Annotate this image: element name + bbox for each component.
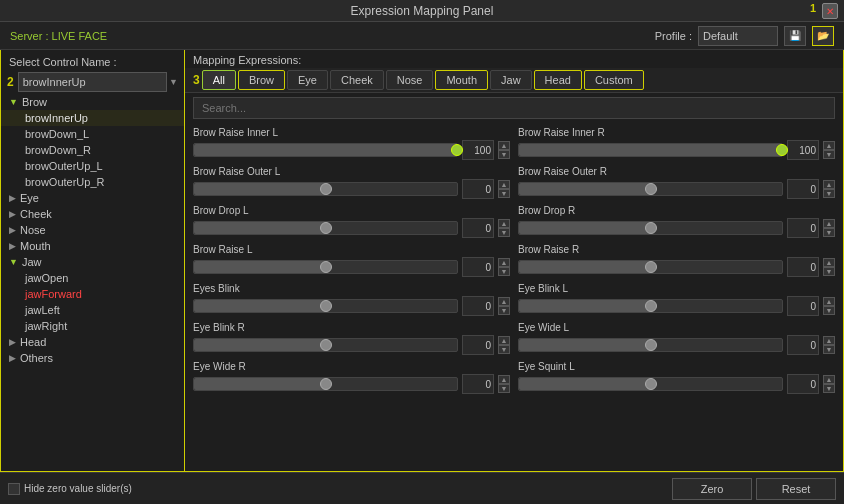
slider-thumb-10[interactable] <box>320 339 332 351</box>
tab-jaw[interactable]: Jaw <box>490 70 532 90</box>
slider-track-0[interactable] <box>193 143 458 157</box>
slider-up-9[interactable]: ▲ <box>823 297 835 306</box>
slider-thumb-13[interactable] <box>645 378 657 390</box>
tree-group-nose[interactable]: ▶ Nose <box>1 222 184 238</box>
slider-track-2[interactable] <box>193 182 458 196</box>
tree-group-jaw[interactable]: ▼ Jaw <box>1 254 184 270</box>
slider-up-13[interactable]: ▲ <box>823 375 835 384</box>
slider-value-input-1[interactable] <box>787 140 819 160</box>
slider-track-1[interactable] <box>518 143 783 157</box>
slider-value-input-8[interactable] <box>462 296 494 316</box>
slider-thumb-9[interactable] <box>645 300 657 312</box>
slider-track-8[interactable] <box>193 299 458 313</box>
tree-item-browOuterUp_L[interactable]: browOuterUp_L <box>1 158 184 174</box>
slider-value-input-12[interactable] <box>462 374 494 394</box>
slider-value-input-10[interactable] <box>462 335 494 355</box>
slider-track-13[interactable] <box>518 377 783 391</box>
zero-button[interactable]: Zero <box>672 478 752 500</box>
slider-value-input-13[interactable] <box>787 374 819 394</box>
slider-value-input-6[interactable] <box>462 257 494 277</box>
slider-thumb-3[interactable] <box>645 183 657 195</box>
slider-up-10[interactable]: ▲ <box>498 336 510 345</box>
tree-item-browInnerUp[interactable]: browInnerUp <box>1 110 184 126</box>
control-name-select[interactable]: browInnerUp <box>18 72 167 92</box>
slider-down-6[interactable]: ▼ <box>498 267 510 276</box>
tree-item-browOuterUp_R[interactable]: browOuterUp_R <box>1 174 184 190</box>
close-button[interactable]: ✕ <box>822 3 838 19</box>
slider-up-4[interactable]: ▲ <box>498 219 510 228</box>
tab-cheek[interactable]: Cheek <box>330 70 384 90</box>
slider-thumb-2[interactable] <box>320 183 332 195</box>
tree-item-jawForward[interactable]: jawForward <box>1 286 184 302</box>
slider-thumb-7[interactable] <box>645 261 657 273</box>
slider-thumb-0[interactable] <box>451 144 463 156</box>
slider-value-input-4[interactable] <box>462 218 494 238</box>
tree-group-mouth[interactable]: ▶ Mouth <box>1 238 184 254</box>
slider-track-11[interactable] <box>518 338 783 352</box>
tree-group-cheek[interactable]: ▶ Cheek <box>1 206 184 222</box>
slider-track-3[interactable] <box>518 182 783 196</box>
slider-down-10[interactable]: ▼ <box>498 345 510 354</box>
tree-group-eye[interactable]: ▶ Eye <box>1 190 184 206</box>
tab-head[interactable]: Head <box>534 70 582 90</box>
slider-up-0[interactable]: ▲ <box>498 141 510 150</box>
slider-down-7[interactable]: ▼ <box>823 267 835 276</box>
slider-track-5[interactable] <box>518 221 783 235</box>
slider-down-3[interactable]: ▼ <box>823 189 835 198</box>
tree-group-head[interactable]: ▶ Head <box>1 334 184 350</box>
tree-item-jawLeft[interactable]: jawLeft <box>1 302 184 318</box>
slider-thumb-1[interactable] <box>776 144 788 156</box>
slider-value-input-5[interactable] <box>787 218 819 238</box>
slider-thumb-4[interactable] <box>320 222 332 234</box>
slider-down-0[interactable]: ▼ <box>498 150 510 159</box>
slider-value-input-3[interactable] <box>787 179 819 199</box>
tree-item-browDown_L[interactable]: browDown_L <box>1 126 184 142</box>
tab-nose[interactable]: Nose <box>386 70 434 90</box>
slider-up-2[interactable]: ▲ <box>498 180 510 189</box>
slider-down-1[interactable]: ▼ <box>823 150 835 159</box>
slider-up-8[interactable]: ▲ <box>498 297 510 306</box>
slider-up-1[interactable]: ▲ <box>823 141 835 150</box>
slider-value-input-9[interactable] <box>787 296 819 316</box>
slider-thumb-6[interactable] <box>320 261 332 273</box>
slider-down-12[interactable]: ▼ <box>498 384 510 393</box>
tab-eye[interactable]: Eye <box>287 70 328 90</box>
slider-track-7[interactable] <box>518 260 783 274</box>
hide-zero-checkbox[interactable] <box>8 483 20 495</box>
reset-button[interactable]: Reset <box>756 478 836 500</box>
profile-select[interactable]: Default <box>698 26 778 46</box>
slider-value-input-2[interactable] <box>462 179 494 199</box>
tab-custom[interactable]: Custom <box>584 70 644 90</box>
slider-up-11[interactable]: ▲ <box>823 336 835 345</box>
slider-up-12[interactable]: ▲ <box>498 375 510 384</box>
tree-item-jawRight[interactable]: jawRight <box>1 318 184 334</box>
tree-item-browDown_R[interactable]: browDown_R <box>1 142 184 158</box>
tab-mouth[interactable]: Mouth <box>435 70 488 90</box>
slider-up-5[interactable]: ▲ <box>823 219 835 228</box>
slider-track-6[interactable] <box>193 260 458 274</box>
slider-up-7[interactable]: ▲ <box>823 258 835 267</box>
slider-down-9[interactable]: ▼ <box>823 306 835 315</box>
slider-thumb-5[interactable] <box>645 222 657 234</box>
slider-track-12[interactable] <box>193 377 458 391</box>
slider-up-6[interactable]: ▲ <box>498 258 510 267</box>
search-input[interactable] <box>193 97 835 119</box>
slider-track-9[interactable] <box>518 299 783 313</box>
tree-item-jawOpen[interactable]: jawOpen <box>1 270 184 286</box>
slider-value-input-11[interactable] <box>787 335 819 355</box>
slider-down-13[interactable]: ▼ <box>823 384 835 393</box>
tab-brow[interactable]: Brow <box>238 70 285 90</box>
slider-thumb-11[interactable] <box>645 339 657 351</box>
slider-value-input-0[interactable] <box>462 140 494 160</box>
slider-track-10[interactable] <box>193 338 458 352</box>
load-profile-button[interactable]: 📂 <box>812 26 834 46</box>
tree-group-brow[interactable]: ▼ Brow <box>1 94 184 110</box>
slider-track-4[interactable] <box>193 221 458 235</box>
tree-group-others[interactable]: ▶ Others <box>1 350 184 366</box>
slider-up-3[interactable]: ▲ <box>823 180 835 189</box>
tab-all[interactable]: All <box>202 70 236 90</box>
slider-down-4[interactable]: ▼ <box>498 228 510 237</box>
slider-down-2[interactable]: ▼ <box>498 189 510 198</box>
slider-down-5[interactable]: ▼ <box>823 228 835 237</box>
hide-zero-checkbox-label[interactable]: Hide zero value slider(s) <box>8 483 132 495</box>
